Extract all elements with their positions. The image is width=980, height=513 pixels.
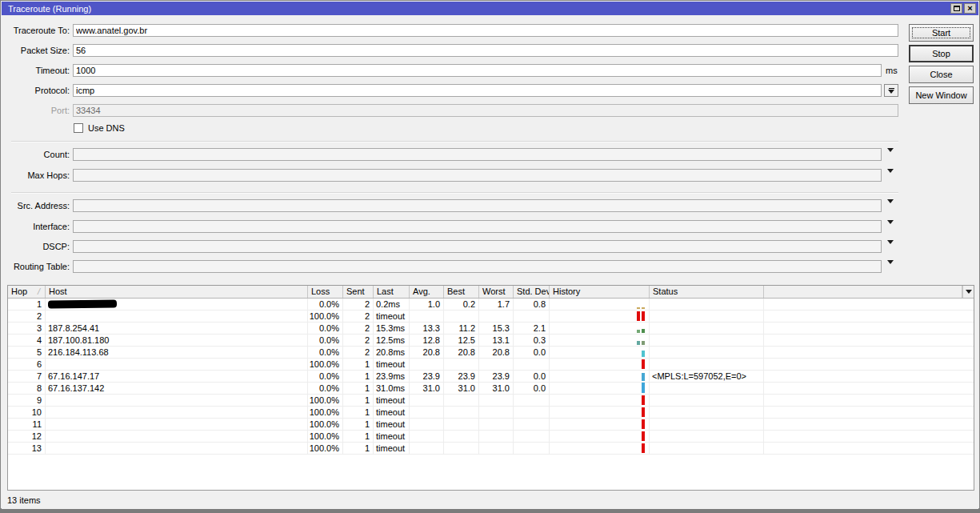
field-row-src-address: Src. Address: (1, 199, 980, 212)
cell-last: timeout (374, 407, 410, 418)
port-label: Port: (1, 104, 70, 117)
column-header-history[interactable]: History (550, 286, 650, 298)
src-address-input[interactable] (73, 199, 882, 212)
routing-table-dropdown-arrow[interactable] (887, 264, 894, 274)
close-icon: × (967, 5, 972, 12)
count-dropdown-arrow[interactable] (887, 152, 894, 162)
cell-sent: 1 (343, 359, 374, 370)
window-bottom-edge (0, 509, 980, 513)
cell-last: timeout (374, 419, 410, 430)
table-row[interactable]: 5 216.184.113.68 0.0% 2 20.8ms 20.8 20.8… (8, 347, 974, 359)
items-count: 13 items (7, 495, 41, 505)
protocol-input[interactable] (73, 84, 882, 97)
table-row[interactable]: 1 0.0% 2 0.2ms 1.0 0.2 1.7 0.8 (8, 299, 974, 311)
status-bar: 13 items (2, 492, 978, 509)
column-selector-button[interactable] (962, 286, 974, 298)
timeout-input[interactable] (73, 64, 882, 77)
table-row[interactable]: 7 67.16.147.17 0.0% 1 23.9ms 23.9 23.9 2… (8, 371, 974, 383)
table-row[interactable]: 11 100.0% 1 timeout (8, 419, 974, 431)
table-row[interactable]: 4 187.100.81.180 0.0% 2 12.5ms 12.8 12.5… (8, 335, 974, 347)
cell-extra (764, 359, 974, 370)
routing-table-input[interactable] (73, 260, 882, 273)
cell-best: 0.2 (444, 299, 479, 310)
cell-loss: 0.0% (308, 347, 343, 358)
cell-last: timeout (374, 311, 410, 322)
traceroute-results-table: Hop/ Host Loss Sent Last Avg. Best Worst… (7, 285, 974, 491)
column-header-best[interactable]: Best (444, 286, 479, 298)
table-row[interactable]: 10 100.0% 1 timeout (8, 407, 974, 419)
maximize-button[interactable] (950, 3, 962, 14)
column-header-std-dev[interactable]: Std. Dev. (514, 286, 550, 298)
close-button[interactable]: × (964, 3, 976, 14)
cell-worst (479, 419, 514, 430)
table-row[interactable]: 9 100.0% 1 timeout (8, 395, 974, 407)
start-button[interactable]: Start (909, 24, 974, 42)
count-input[interactable] (73, 148, 882, 161)
new-window-button[interactable]: New Window (909, 86, 974, 104)
history-bars (552, 359, 649, 370)
sort-indicator-icon: / (38, 286, 40, 298)
table-row[interactable]: 3 187.8.254.41 0.0% 2 15.3ms 13.3 11.2 1… (8, 323, 974, 335)
column-header-hop[interactable]: Hop/ (8, 286, 46, 298)
history-bars (552, 299, 649, 310)
column-header-host[interactable]: Host (46, 286, 308, 298)
cell-loss: 0.0% (308, 335, 343, 346)
cell-status (650, 419, 764, 430)
column-header-avg[interactable]: Avg. (410, 286, 444, 298)
cell-worst: 15.3 (479, 323, 514, 334)
dscp-input[interactable] (73, 240, 882, 253)
cell-host: 216.184.113.68 (46, 347, 308, 358)
cell-status: <MPLS:L=597052,E=0> (650, 371, 764, 382)
table-row[interactable]: 2 100.0% 2 timeout (8, 311, 974, 323)
cell-std-dev (514, 419, 550, 430)
cell-hop: 13 (8, 443, 46, 454)
traceroute-to-input[interactable] (73, 24, 898, 37)
cell-worst: 23.9 (479, 371, 514, 382)
column-header-loss[interactable]: Loss (308, 286, 343, 298)
stop-button[interactable]: Stop (909, 45, 974, 62)
packet-size-input[interactable] (73, 44, 898, 57)
cell-std-dev (514, 407, 550, 418)
use-dns-checkbox[interactable] (74, 123, 83, 133)
max-hops-input[interactable] (73, 169, 882, 182)
field-row-protocol: Protocol: (1, 84, 980, 97)
cell-worst (479, 311, 514, 322)
close-window-button[interactable]: Close (909, 66, 974, 83)
cell-best (444, 359, 479, 370)
field-row-interface: Interface: (1, 220, 980, 233)
table-row[interactable]: 12 100.0% 1 timeout (8, 431, 974, 443)
interface-dropdown-arrow[interactable] (887, 224, 894, 234)
column-header-worst[interactable]: Worst (479, 286, 514, 298)
field-row-routing-table: Routing Table: (1, 260, 980, 273)
cell-status (650, 335, 764, 346)
column-header-sent[interactable]: Sent (343, 286, 374, 298)
column-header-last[interactable]: Last (374, 286, 410, 298)
titlebar[interactable]: Traceroute (Running) × (2, 2, 978, 15)
cell-loss: 0.0% (308, 323, 343, 334)
table-row[interactable]: 8 67.16.137.142 0.0% 1 31.0ms 31.0 31.0 … (8, 383, 974, 395)
column-header-extra (764, 286, 962, 298)
history-bars (552, 407, 649, 418)
cell-last: 20.8ms (374, 347, 410, 358)
dscp-dropdown-arrow[interactable] (887, 244, 894, 254)
table-row[interactable]: 13 100.0% 1 timeout (8, 443, 974, 455)
column-header-status[interactable]: Status (650, 286, 764, 298)
interface-label: Interface: (1, 220, 70, 233)
history-bar (642, 431, 645, 441)
chevron-down-icon (887, 240, 894, 254)
cell-host (46, 407, 308, 418)
history-bar (642, 341, 645, 345)
history-bar (642, 443, 645, 453)
interface-input[interactable] (73, 220, 882, 233)
cell-history (550, 431, 650, 442)
cell-history (550, 395, 650, 406)
max-hops-dropdown-arrow[interactable] (887, 173, 894, 182)
cell-last: 31.0ms (374, 383, 410, 394)
cell-worst (479, 359, 514, 370)
cell-avg (410, 407, 444, 418)
src-address-dropdown-arrow[interactable] (887, 203, 894, 213)
history-bar (637, 341, 640, 345)
table-row[interactable]: 6 100.0% 1 timeout (8, 359, 974, 371)
protocol-dropdown-button[interactable] (884, 84, 898, 97)
cell-worst: 13.1 (479, 335, 514, 346)
